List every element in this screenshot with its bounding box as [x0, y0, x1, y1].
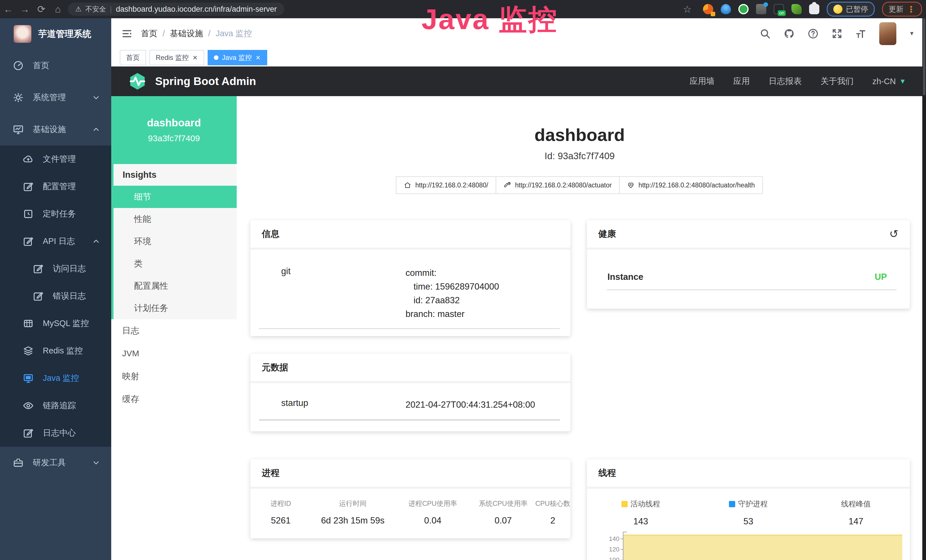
sidebar-item-label: 链路追踪: [43, 400, 76, 412]
col-header-pid: 进程ID: [250, 499, 311, 508]
instance-id-line: Id: 93a3fc7f7409: [237, 151, 923, 162]
sidebar-item-mysql-monitor[interactable]: MySQL 监控: [0, 310, 111, 337]
sba-nav-wallboard[interactable]: 应用墙: [690, 76, 714, 87]
browser-forward-icon[interactable]: →: [17, 4, 33, 15]
sba-locale-select[interactable]: zh-CN ▼: [872, 77, 906, 86]
sba-brand-title[interactable]: Spring Boot Admin: [155, 75, 256, 88]
colorzilla-extension-icon[interactable]: [703, 4, 713, 14]
sba-menu-caches[interactable]: 缓存: [111, 388, 237, 410]
sba-menu-mappings[interactable]: 映射: [111, 365, 237, 388]
sba-menu-details[interactable]: 细节: [113, 186, 237, 208]
breadcrumb-infra[interactable]: 基础设施: [170, 28, 203, 39]
tab-home[interactable]: 首页: [120, 50, 146, 65]
close-icon[interactable]: [192, 55, 198, 61]
sidebar-item-error-log[interactable]: 错误日志: [0, 282, 111, 310]
app-logo[interactable]: 芋道管理系统: [0, 18, 111, 50]
log-edit-icon: [33, 291, 44, 301]
sba-menu-config-props[interactable]: 配置属性: [113, 275, 237, 297]
app-logo-image: [14, 25, 31, 43]
management-url-button[interactable]: http://192.168.0.2:48080/actuator: [496, 176, 620, 194]
tab-redis-monitor[interactable]: Redis 监控: [150, 50, 204, 65]
notes-extension-icon[interactable]: on: [774, 4, 784, 14]
sba-nav-journal[interactable]: 日志报表: [769, 76, 802, 87]
service-url-button[interactable]: http://192.168.0.2:48080/: [396, 176, 496, 194]
pin-extension-icon[interactable]: [721, 4, 731, 14]
sidebar-item-api-log[interactable]: API 日志: [0, 228, 111, 255]
value-pid: 5261: [250, 516, 311, 526]
sidebar-item-home[interactable]: 首页: [0, 50, 111, 82]
app-sidebar: 芋道管理系统 首页 系统管理 基础设施 文件管理 配置管理 定时任务 API 日…: [0, 18, 111, 560]
y-axis-cap: [623, 532, 627, 532]
sba-menu-classes[interactable]: 类: [113, 253, 237, 275]
fullscreen-icon[interactable]: [831, 28, 843, 39]
sidebar-item-system[interactable]: 系统管理: [0, 82, 111, 114]
sidebar-item-config-manage[interactable]: 配置管理: [0, 173, 111, 200]
tab-label: 首页: [126, 53, 140, 62]
col-header-process-cpu: 进程CPU使用率: [394, 499, 471, 508]
health-url-button[interactable]: http://192.168.0.2:48080/actuator/health: [619, 176, 763, 194]
sidebar-item-infra[interactable]: 基础设施: [0, 114, 111, 145]
sba-nav-about[interactable]: 关于我们: [820, 76, 853, 87]
instance-header[interactable]: dashboard 93a3fc7f7409: [111, 96, 237, 164]
value-cpus: 2: [535, 516, 570, 526]
info-value: commit: time: 1596289704000 id: 27aa832 …: [406, 266, 499, 321]
bookmark-star-icon[interactable]: ☆: [679, 3, 696, 15]
breadcrumb-home[interactable]: 首页: [141, 28, 157, 39]
sidebar-item-redis-monitor[interactable]: Redis 监控: [0, 337, 111, 365]
browser-back-icon[interactable]: ←: [0, 4, 17, 15]
sidebar-item-access-log[interactable]: 访问日志: [0, 255, 111, 282]
url-text[interactable]: dashboard.yudao.iocoder.cn/infra/admin-s…: [116, 5, 277, 14]
browser-update-button[interactable]: 更新 ⋮: [882, 2, 922, 17]
log-edit-icon: [23, 428, 34, 439]
health-instance-label: Instance: [607, 272, 643, 282]
extensions-puzzle-icon[interactable]: [809, 4, 819, 14]
sba-menu-jvm[interactable]: JVM: [111, 342, 237, 365]
threads-values: 143 53 147: [587, 516, 910, 527]
sidebar-item-tracing[interactable]: 链路追踪: [0, 392, 111, 419]
green-y-extension-icon[interactable]: [738, 4, 749, 14]
font-size-icon[interactable]: [855, 28, 867, 39]
close-icon[interactable]: [255, 55, 261, 61]
sidebar-item-dev-tools[interactable]: 研发工具: [0, 447, 111, 479]
scrollbar-thumb[interactable]: [923, 18, 925, 95]
history-icon[interactable]: ↺: [889, 228, 898, 240]
tab-java-monitor[interactable]: Java 监控: [207, 50, 267, 65]
sidebar-item-label: 系统管理: [33, 92, 66, 103]
sidebar-item-log-center[interactable]: 日志中心: [0, 419, 111, 447]
avatar-caret-icon[interactable]: ▼: [909, 30, 915, 37]
leaf-extension-icon[interactable]: [791, 4, 802, 14]
security-label[interactable]: 不安全: [86, 5, 106, 14]
sba-menu-logging[interactable]: 日志: [111, 319, 237, 342]
sidebar-item-file-manage[interactable]: 文件管理: [0, 145, 111, 173]
sba-menu-environment[interactable]: 环境: [113, 230, 237, 253]
grid-extension-icon[interactable]: [756, 4, 766, 14]
chevron-down-icon: [92, 459, 100, 466]
peak-threads-value: 147: [802, 516, 910, 527]
help-icon[interactable]: [807, 28, 819, 39]
sba-nav-applications[interactable]: 应用: [733, 76, 750, 87]
github-icon[interactable]: [784, 28, 795, 39]
hamburger-icon[interactable]: [121, 29, 133, 39]
user-avatar[interactable]: [879, 22, 896, 45]
sidebar-item-scheduled-jobs[interactable]: 定时任务: [0, 200, 111, 228]
threads-area-chart: 140 120 100: [587, 533, 910, 560]
monitor-icon: [13, 124, 24, 135]
insecure-warning-icon[interactable]: ⚠: [75, 5, 82, 13]
sba-menu-metrics[interactable]: 性能: [113, 208, 237, 230]
address-bar[interactable]: ⚠ 不安全 | dashboard.yudao.iocoder.cn/infra…: [68, 3, 284, 16]
browser-extensions-area: ☆ on 已暂停 更新 ⋮: [679, 2, 926, 17]
y-tick-120: 120: [599, 546, 619, 553]
sba-menu-scheduled-tasks[interactable]: 计划任务: [113, 297, 237, 319]
row-scrollbar[interactable]: [259, 419, 560, 421]
search-icon[interactable]: [760, 28, 771, 39]
health-instance-row[interactable]: Instance UP: [587, 250, 910, 282]
profile-paused-chip[interactable]: 已暂停: [827, 2, 875, 17]
page-scrollbar[interactable]: [922, 18, 926, 560]
legend-peak-threads: 线程峰值: [802, 499, 910, 509]
spring-boot-admin-logo-icon[interactable]: [127, 72, 148, 91]
browser-reload-icon[interactable]: ⟳: [33, 3, 50, 15]
info-git-row: git commit: time: 1596289704000 id: 27aa…: [250, 250, 570, 321]
browser-menu-icon[interactable]: ⋮: [907, 4, 915, 14]
sidebar-item-java-monitor[interactable]: Java 监控: [0, 365, 111, 392]
browser-home-icon[interactable]: ⌂: [50, 4, 66, 15]
